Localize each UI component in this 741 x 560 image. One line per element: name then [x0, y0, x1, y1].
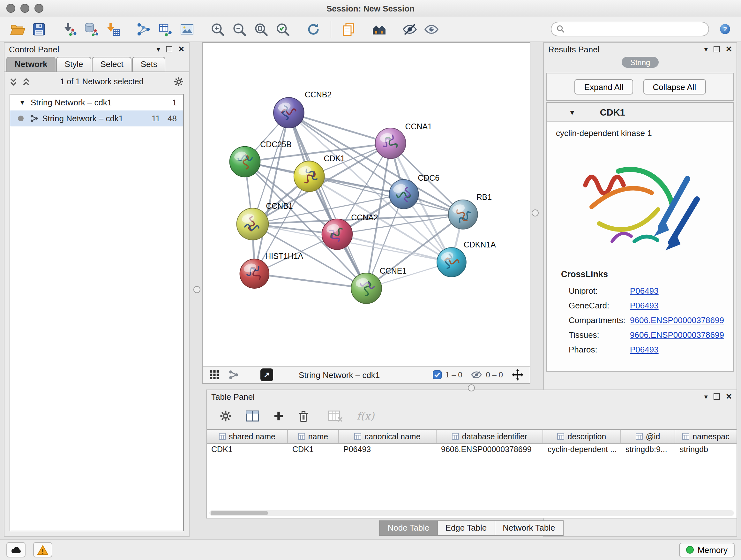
network-node-CDKN1A[interactable]: [437, 247, 466, 277]
grid-view-icon[interactable]: [209, 370, 219, 380]
collapse-tree-icon[interactable]: [22, 77, 30, 86]
scrollbar-thumb[interactable]: [211, 511, 268, 515]
crosslink-link[interactable]: P06493: [630, 301, 659, 310]
open-session-button[interactable]: [6, 19, 28, 39]
expand-all-button[interactable]: Expand All: [575, 79, 633, 95]
first-neighbors-button[interactable]: [368, 19, 390, 39]
selected-checkbox-icon[interactable]: [432, 370, 441, 379]
cloud-status-button[interactable]: [6, 542, 25, 557]
table-panel-close-icon[interactable]: ✕: [726, 393, 732, 400]
save-session-button[interactable]: [28, 19, 50, 39]
cell-database-identifier[interactable]: 9606.ENSP00000378699: [436, 444, 543, 456]
delete-table-button[interactable]: [328, 410, 343, 422]
network-node-CCNB1[interactable]: [237, 208, 269, 240]
crosslink-link[interactable]: P06493: [630, 345, 659, 354]
new-network-from-table-button[interactable]: [154, 19, 176, 39]
control-panel-close-icon[interactable]: ✕: [178, 45, 185, 53]
delete-column-button[interactable]: [298, 410, 309, 422]
zoom-fit-button[interactable]: [250, 19, 272, 39]
tab-node-table[interactable]: Node Table: [379, 520, 437, 536]
cell-canonical-name[interactable]: P06493: [339, 444, 436, 456]
network-options-gear-icon[interactable]: [174, 77, 184, 87]
column-header-id[interactable]: @id: [621, 430, 675, 443]
cell-namespace[interactable]: stringdb: [675, 444, 737, 456]
table-settings-button[interactable]: [219, 410, 232, 422]
create-column-button[interactable]: [273, 410, 284, 421]
import-table-file-button[interactable]: [102, 19, 124, 39]
network-node-CDC25B[interactable]: [230, 146, 260, 177]
cell-id[interactable]: stringdb:9...: [621, 444, 675, 456]
network-canvas-svg[interactable]: CCNB2CCNA1CDC25BCDK1CDC6RB1CCNB1CCNA2CDK…: [203, 43, 530, 366]
column-header-description[interactable]: description: [543, 430, 621, 443]
collapse-all-button[interactable]: Collapse All: [643, 79, 706, 95]
crosslink-link[interactable]: 9606.ENSP00000378699: [630, 330, 724, 340]
network-node-CCNA2[interactable]: [322, 219, 353, 250]
splitter-handle[interactable]: [468, 384, 475, 391]
collection-caret-icon[interactable]: ▼: [19, 99, 27, 106]
search-input[interactable]: [568, 24, 703, 34]
network-node-RB1[interactable]: [448, 200, 478, 229]
crosslink-link[interactable]: P06493: [630, 286, 659, 296]
network-node-CCNA1[interactable]: [375, 128, 406, 159]
zoom-in-button[interactable]: [207, 19, 228, 39]
warning-button[interactable]: [33, 542, 52, 557]
tab-network[interactable]: Network: [6, 57, 56, 71]
crosslink-link[interactable]: 9606.ENSP00000378699: [630, 315, 724, 325]
tab-edge-table[interactable]: Edge Table: [437, 520, 495, 536]
network-row[interactable]: String Network – cdk1 11 48: [10, 111, 183, 126]
string-tab-badge[interactable]: String: [622, 57, 659, 68]
splitter-handle[interactable]: [532, 209, 539, 216]
cell-name[interactable]: CDK1: [288, 444, 339, 456]
table-panel-float-icon[interactable]: ▾: [704, 393, 708, 400]
tab-network-table[interactable]: Network Table: [494, 520, 563, 536]
table-panel-maximize-icon[interactable]: [714, 393, 720, 400]
network-node-CDK1[interactable]: [294, 161, 325, 192]
tab-sets[interactable]: Sets: [132, 57, 165, 71]
network-node-CDC6[interactable]: [389, 179, 419, 209]
gene-section-header[interactable]: ▼ CDK1: [547, 103, 733, 122]
network-edge[interactable]: [254, 273, 366, 288]
cell-description[interactable]: cyclin-dependent ...: [543, 444, 621, 456]
import-network-file-button[interactable]: [59, 19, 80, 39]
network-edge[interactable]: [289, 113, 391, 143]
zoom-selected-button[interactable]: [272, 19, 293, 39]
network-edge[interactable]: [289, 113, 366, 288]
column-header-database-identifier[interactable]: database identifier: [436, 430, 543, 443]
cell-shared-name[interactable]: CDK1: [207, 444, 288, 456]
memory-button[interactable]: Memory: [679, 543, 735, 557]
control-panel-maximize-icon[interactable]: [166, 46, 172, 52]
splitter-handle[interactable]: [193, 286, 200, 293]
refresh-view-button[interactable]: [302, 19, 324, 39]
copy-to-clipboard-button[interactable]: [338, 19, 359, 39]
network-node-CCNE1[interactable]: [351, 273, 382, 304]
results-panel-maximize-icon[interactable]: [714, 46, 720, 52]
network-canvas[interactable]: CCNB2CCNA1CDC25BCDK1CDC6RB1CCNB1CCNA2CDK…: [202, 42, 530, 367]
table-row[interactable]: CDK1 CDK1 P06493 9606.ENSP00000378699 cy…: [207, 444, 737, 456]
gene-caret-icon[interactable]: ▼: [569, 108, 576, 116]
network-node-CCNB2[interactable]: [273, 98, 304, 128]
column-header-shared-name[interactable]: shared name: [207, 430, 288, 443]
column-header-name[interactable]: name: [288, 430, 339, 443]
import-network-database-button[interactable]: [80, 19, 102, 39]
pan-crosshair-icon[interactable]: [512, 369, 523, 381]
column-header-canonical-name[interactable]: canonical name: [339, 430, 436, 443]
export-image-button[interactable]: [176, 19, 198, 39]
network-node-HIST1H1A[interactable]: [240, 259, 269, 288]
column-header-namespace[interactable]: namespac: [675, 430, 737, 443]
hidden-eye-slash-icon[interactable]: [471, 370, 482, 379]
expand-tree-icon[interactable]: [10, 77, 17, 86]
control-panel-float-icon[interactable]: ▾: [157, 46, 160, 53]
new-network-button[interactable]: [133, 19, 154, 39]
network-collection-row[interactable]: ▼ String Network – cdk1 1: [10, 95, 183, 111]
zoom-out-button[interactable]: [228, 19, 250, 39]
results-panel-close-icon[interactable]: ✕: [726, 45, 732, 53]
show-all-button[interactable]: [421, 19, 442, 39]
show-columns-button[interactable]: [246, 410, 259, 422]
help-button[interactable]: ?: [716, 19, 735, 39]
function-builder-button[interactable]: f(x): [357, 410, 374, 422]
open-in-new-window-button[interactable]: ↗: [260, 368, 273, 381]
results-panel-float-icon[interactable]: ▾: [704, 46, 708, 53]
tab-style[interactable]: Style: [57, 57, 91, 71]
hide-selected-button[interactable]: [399, 19, 421, 39]
tab-select[interactable]: Select: [92, 57, 131, 71]
